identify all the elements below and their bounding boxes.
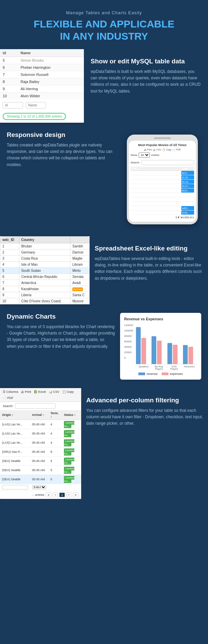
table-row: 9Ali Herring — [0, 85, 84, 93]
col-origin: Origin ↕ — [0, 410, 30, 420]
bar-receivers-expenses — [188, 347, 193, 364]
print-btn[interactable]: 🖨 Print — [21, 390, 31, 394]
phone-wrapper: Most Popular Movies of All Times 🖨 Print… — [123, 131, 201, 228]
hero-title: FLEXIBLE AND APPLICABLE IN ANY INDUSTRY — [14, 18, 194, 42]
filter-row: 5:40 AM 5:45 AM — [0, 484, 81, 491]
table-row: (SEA) Seattle 05:45 AM 5 Landed On... — [0, 457, 81, 466]
table-row: 8Raja Bailey — [0, 78, 84, 85]
arrival-filter[interactable]: 5:40 AM 5:45 AM — [32, 485, 47, 489]
filter-table: Origin ↕ Arrival ↕ Term. ↕ Status ↕ (LAS… — [0, 410, 81, 491]
phone-search-input[interactable] — [141, 160, 194, 165]
pdf-btn[interactable]: 📄 PDF — [172, 148, 181, 151]
filter-search-input[interactable] — [15, 403, 55, 409]
columns-btn[interactable]: ☰ Columns — [3, 390, 18, 394]
chart-visual: Revenue vs Expenses 120000 100000 80000 … — [120, 313, 201, 380]
table-row: 10Côte D'Ivoire (Ivory Coast)Mysore — [0, 298, 90, 304]
phone-table-row: ★ Jurassic World$1,67... — [131, 184, 194, 188]
filtering-heading: Advanced per-column filtering — [86, 397, 203, 404]
pdf-btn[interactable]: 📄 PDF — [3, 396, 14, 400]
search-row: Search: — [131, 158, 194, 167]
spreadsheet-visual: wdc_ID Country 1BhutanSambh 2GermanyDarm… — [0, 236, 90, 304]
bar-dvd-revenue — [167, 343, 172, 364]
x-label-receivers: Receivers — [183, 365, 196, 370]
mysql-table-visual: id Name 5Simon Brooks 6Phelan Harrington… — [0, 49, 84, 123]
status-badge: Landed On... — [64, 476, 74, 483]
spreadsheet-heading: Spreadsheet Excel-like editing — [95, 245, 203, 252]
mysql-body: wpDataTables is built to work with MySQL… — [91, 68, 201, 95]
name-filter-input[interactable] — [26, 102, 46, 108]
bar-receivers-revenue — [183, 345, 188, 364]
chart-mock: Revenue vs Expenses 120000 100000 80000 … — [120, 313, 201, 380]
col-id: id — [0, 49, 18, 57]
status-badge: Landed On... — [64, 421, 74, 428]
excel-btn[interactable]: 📗 Excel — [34, 390, 46, 394]
phone-table-row: ★ Star Wars: The Force Awakens$2,0... — [131, 171, 194, 175]
entries-info: ... entries — [32, 493, 44, 497]
col-title: Title ▲ — [131, 167, 181, 171]
entries-select[interactable]: 10 — [139, 153, 150, 158]
bar-bluray-revenue — [152, 336, 156, 364]
table-row: 7AntarcticaAvadi — [0, 280, 90, 286]
table-row: 6Phelan Harrington — [0, 64, 84, 71]
table-row: (LAS) Las Ve... 05:45 AM 4 Landed On... — [0, 438, 81, 447]
chart-baseline — [136, 364, 197, 364]
chart-area: 120000 100000 80000 60000 40000 20000 0 — [124, 324, 197, 364]
print-btn[interactable]: 🖨 Print — [144, 148, 152, 151]
mysql-heading: Show or edit MySQL table data — [91, 58, 201, 65]
phone-table-row: ★ The Dark Knight Rises$148... — [131, 210, 194, 215]
table-row: (GRU) Sao P... 05:45 AM 8 Landed On... — [0, 447, 81, 457]
status-badge: Landed On... — [64, 467, 74, 474]
hero-section: Manage Tables and Charts Easily FLEXIBLE… — [0, 0, 208, 49]
legend-revenue-label: revenue — [146, 372, 158, 376]
pg-last[interactable]: » — [73, 492, 78, 497]
table-row: 1BhutanSambh — [0, 243, 90, 249]
pg-first[interactable]: « — [46, 492, 51, 497]
bar-group-bluray — [152, 336, 166, 364]
entries-badge: Showing 1 to 10 of 1,600,000 entries — [3, 113, 66, 120]
spreadsheet-text: Spreadsheet Excel-like editing wpDataTab… — [90, 236, 208, 304]
filter-search-row: Search: — [0, 402, 81, 410]
search-label: Search: — [131, 161, 140, 164]
phone-table-row: ★ Marvel's The Avengers$623... — [131, 188, 194, 193]
bar-dvd-expenses — [173, 345, 178, 364]
chart-y-labels: 120000 100000 80000 60000 40000 20000 0 — [124, 324, 133, 359]
col-wdc-id: wdc_ID — [0, 237, 19, 243]
table-row: 5South SudanMinto — [0, 268, 90, 274]
show-label: Show — [131, 154, 137, 157]
copy-btn[interactable]: 📋 Copy — [162, 148, 171, 151]
filtering-body: You can configure advanced filters for y… — [86, 407, 203, 427]
section-filtering: ☰ Columns 🖨 Print 📗 Excel 📊 CSV 📋 Copy 📄… — [0, 388, 208, 499]
phone-table-row: ★ Avengers: Age of Ultron$455... — [131, 206, 194, 210]
x-label-speakers: Speakers — [137, 365, 151, 370]
origin-filter[interactable] — [2, 485, 28, 489]
id-filter-input[interactable] — [3, 102, 23, 108]
charts-body: You can use one of 3 supported libraries… — [7, 324, 115, 350]
table-row: 6Central African RepublicSerrata — [0, 274, 90, 280]
hero-title-line1: FLEXIBLE AND APPLICABLE — [33, 18, 174, 29]
legend-revenue-color — [138, 373, 145, 375]
phone-table-row: ★ The Dark Knight$466... — [131, 193, 194, 197]
table-row: (SEA) Seattle 05:45 AM 5 Landed On... — [0, 475, 81, 484]
phone-table-title: Most Popular Movies of All Times — [131, 142, 194, 148]
table-row: 5Simon Brooks — [0, 57, 84, 64]
filter-toolbar: ☰ Columns 🖨 Print 📗 Excel 📊 CSV 📋 Copy 📄… — [0, 388, 81, 402]
pg-current[interactable]: 1 — [59, 492, 65, 497]
table-row: (LAS) Las Ve... 05:45 AM 4 Landed On... — [0, 420, 81, 429]
mysql-table-mock: id Name 5Simon Brooks 6Phelan Harrington… — [0, 49, 84, 123]
csv-btn[interactable]: 📊 CSV — [49, 390, 60, 394]
phone-table: Title ▲ Lifeti... ★ Star Wars: The Force… — [131, 167, 194, 215]
csv-btn[interactable]: 📊 CSV — [153, 148, 161, 151]
legend-expenses-label: expenses — [170, 372, 183, 376]
pg-next[interactable]: › — [66, 492, 71, 497]
status-badge: Landed On... — [64, 430, 74, 437]
copy-btn[interactable]: 📋 Copy — [62, 390, 74, 394]
pg-prev[interactable]: ‹ — [53, 492, 58, 497]
col-term: Term. ↕ — [48, 410, 62, 420]
col-status: Status ↕ — [62, 410, 81, 420]
show-entries: Show 10 entries — [131, 152, 194, 158]
phone-total: Σ▼ $4,656,511 — [131, 215, 194, 220]
table-row: 8KazakhstanAnchor — [0, 286, 90, 292]
phone-table-row: ★ Star Wars: Ep I - Phantom...$474... — [131, 197, 194, 202]
col-arrival: Arrival ↕ — [30, 410, 49, 420]
legend-expenses: expenses — [162, 372, 183, 376]
